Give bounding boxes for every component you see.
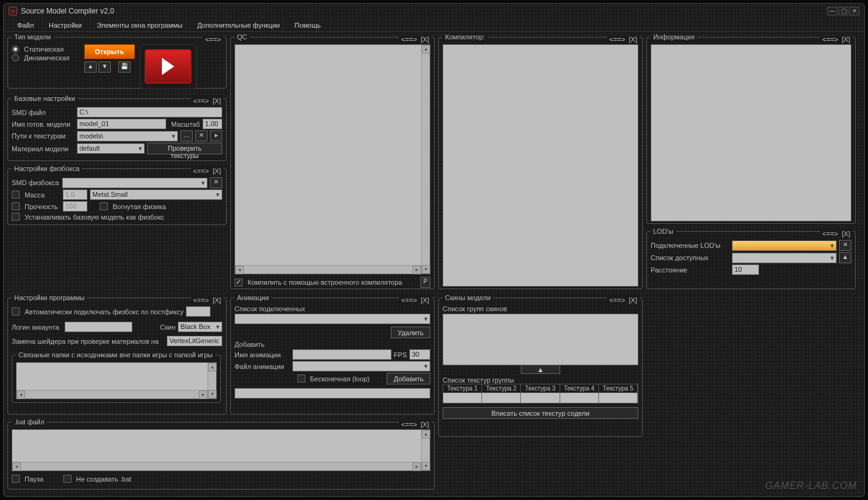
label-mass: Масса: [25, 191, 60, 199]
checkbox-concave[interactable]: [100, 202, 108, 210]
dropdown-connected-lods[interactable]: [732, 240, 837, 251]
input-login[interactable]: [65, 322, 132, 332]
collapse-icon[interactable]: <==>: [400, 36, 419, 43]
col-tex1: Текстура 1: [443, 384, 482, 392]
input-anim-extra[interactable]: [235, 388, 430, 399]
close-panel-icon[interactable]: [X]: [841, 36, 851, 43]
minimize-button[interactable]: —: [827, 7, 837, 15]
checkbox-auto-physbox[interactable]: [12, 308, 20, 315]
radio-static[interactable]: [12, 46, 19, 53]
qc-p-button[interactable]: P: [420, 277, 430, 288]
close-panel-icon[interactable]: [X]: [628, 36, 638, 43]
close-panel-icon[interactable]: [X]: [212, 296, 222, 304]
dropdown-smd-physbox[interactable]: [62, 178, 207, 188]
input-distance[interactable]: 10: [732, 264, 759, 275]
dropdown-skin[interactable]: Black Box: [178, 322, 222, 332]
textarea-qc[interactable]: ▴▾ ◂▸: [235, 44, 430, 274]
scrollbar-v[interactable]: ▴▾: [421, 430, 430, 470]
play-icon: [162, 58, 174, 75]
input-fps[interactable]: 30: [409, 349, 430, 360]
input-mass[interactable]: 1.0: [63, 189, 87, 200]
textarea-compiler[interactable]: [443, 44, 638, 287]
label-pause: Пауза: [25, 475, 44, 483]
add-anim-button[interactable]: Добавить: [387, 373, 430, 384]
checkbox-set-base[interactable]: [12, 213, 20, 221]
collapse-skins-button[interactable]: ▲: [521, 365, 560, 374]
collapse-icon[interactable]: <==>: [821, 230, 840, 237]
browse-button[interactable]: …: [180, 130, 193, 141]
input-scale[interactable]: 1.00: [203, 119, 222, 129]
input-model-name[interactable]: model_01: [77, 119, 166, 129]
collapse-icon[interactable]: <==>: [400, 296, 419, 304]
collapse-icon[interactable]: <==>: [192, 296, 211, 304]
checkbox-pause[interactable]: [12, 475, 20, 483]
close-panel-icon[interactable]: [X]: [420, 36, 430, 43]
dropdown-surface[interactable]: Metal.Small: [90, 189, 222, 200]
open-button[interactable]: Открыть: [84, 44, 135, 59]
checkbox-mass[interactable]: [12, 191, 20, 199]
input-strength[interactable]: 100: [63, 201, 87, 212]
maximize-button[interactable]: ▢: [838, 7, 848, 15]
collapse-icon[interactable]: <==>: [400, 421, 419, 428]
close-panel-icon[interactable]: [X]: [212, 167, 222, 175]
textarea-bat[interactable]: ▴▾ ◂▸: [12, 429, 430, 471]
input-postfix[interactable]: [186, 306, 211, 317]
panel-collapse-icon[interactable]: <==>: [204, 36, 222, 43]
close-panel-icon[interactable]: [X]: [628, 296, 638, 304]
dropdown-available-lods[interactable]: [732, 253, 837, 263]
dropdown-anim-list[interactable]: [235, 314, 430, 324]
collapse-icon[interactable]: <==>: [608, 36, 627, 43]
textarea-linked-folders[interactable]: ▴▾ ◂▸: [16, 362, 217, 399]
play-button[interactable]: [140, 44, 196, 89]
scrollbar-h[interactable]: ◂▸: [235, 265, 421, 274]
checkbox-no-bat[interactable]: [63, 475, 71, 483]
scrollbar-v[interactable]: ▴▾: [207, 363, 216, 399]
close-panel-icon[interactable]: [X]: [212, 97, 222, 105]
dropdown-tex-paths[interactable]: models\: [77, 131, 178, 141]
dropdown-anim-file[interactable]: [292, 361, 430, 371]
menu-help[interactable]: Помощь: [289, 20, 328, 31]
delete-anim-button[interactable]: Удалить: [391, 327, 430, 338]
close-button[interactable]: ✕: [850, 7, 859, 15]
label-auto-physbox: Автоматически подключать физбокс по пост…: [25, 308, 183, 315]
remove-path-button[interactable]: ✕: [195, 130, 207, 141]
collapse-icon[interactable]: <==>: [608, 296, 627, 304]
save-icon-button[interactable]: 💾: [118, 62, 131, 73]
arrow-up-button[interactable]: ▲: [84, 62, 97, 73]
menu-extra[interactable]: Дополнительные функции: [191, 20, 286, 31]
close-panel-icon[interactable]: [X]: [841, 230, 851, 237]
close-panel-icon[interactable]: [X]: [420, 296, 430, 304]
checkbox-loop[interactable]: [297, 375, 305, 383]
checkbox-strength[interactable]: [12, 202, 20, 210]
menu-settings[interactable]: Настройки: [42, 20, 88, 31]
go-button[interactable]: ▸: [210, 130, 222, 141]
menu-file[interactable]: Файл: [11, 20, 40, 31]
list-skin-groups[interactable]: [443, 314, 638, 365]
check-textures-button[interactable]: Проверить текстуры: [147, 143, 222, 154]
checkbox-builtin-compiler[interactable]: [235, 279, 243, 287]
input-anim-name[interactable]: [292, 349, 392, 360]
arrow-down-button[interactable]: ▼: [98, 62, 111, 73]
panel-prog-settings: Настройки программы <==>[X] Автоматическ…: [7, 294, 227, 415]
texture-data-row[interactable]: [443, 393, 638, 403]
lod-up-button[interactable]: ▲: [839, 252, 851, 263]
label-anim-name: Имя анимации: [235, 351, 290, 359]
close-panel-icon[interactable]: [X]: [420, 421, 430, 428]
legend-physbox: Настройки физбокса: [12, 165, 82, 172]
collapse-icon[interactable]: <==>: [192, 167, 211, 175]
menu-elements[interactable]: Элементы окна программы: [90, 20, 188, 31]
radio-dynamic[interactable]: [12, 54, 19, 62]
input-shader[interactable]: VertexLitGeneric: [167, 336, 222, 346]
write-textures-button[interactable]: Вписать список текстур содели: [443, 407, 638, 419]
collapse-icon[interactable]: <==>: [821, 36, 840, 43]
scrollbar-h[interactable]: ◂▸: [17, 390, 207, 399]
input-smd-file[interactable]: C:\: [77, 107, 222, 117]
remove-physbox-button[interactable]: ✕: [210, 177, 222, 188]
collapse-icon[interactable]: <==>: [192, 97, 211, 105]
textarea-info[interactable]: [651, 44, 851, 221]
remove-lod-button[interactable]: ✕: [839, 240, 851, 251]
dropdown-mat-model[interactable]: default: [77, 143, 145, 154]
panel-base-settings: Базовые настройки <==>[X] SMD файлC:\ Им…: [7, 95, 227, 161]
scrollbar-h[interactable]: ◂▸: [12, 462, 421, 470]
scrollbar-v[interactable]: ▴▾: [421, 45, 430, 274]
